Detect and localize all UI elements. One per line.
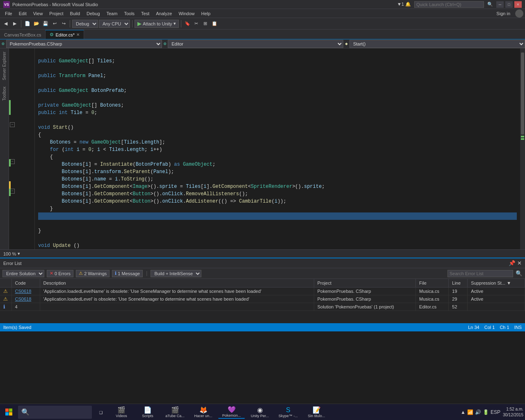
taskbar-videos[interactable]: 🎬 Videos: [109, 406, 134, 419]
status-right: Ln 34 Col 1 Ch 1 INS: [468, 325, 522, 330]
taskbar-scripts[interactable]: 📄 Scripts: [135, 406, 160, 419]
tab-editor[interactable]: ⚙ Editor.cs* ✕: [45, 30, 84, 39]
menu-edit[interactable]: Edit: [16, 10, 30, 17]
clock-time: 1:52 a.m.: [503, 406, 523, 412]
cut-button[interactable]: ✂: [192, 20, 201, 28]
quick-launch-input[interactable]: [414, 1, 484, 8]
solution-filter-dropdown[interactable]: Entire Solution: [2, 270, 44, 277]
menu-build[interactable]: Build: [67, 10, 83, 17]
panel-pin-button[interactable]: 📌: [509, 260, 516, 266]
menu-project[interactable]: Project: [46, 10, 66, 17]
menu-help[interactable]: Help: [198, 10, 214, 17]
error-search-button[interactable]: 🔍: [516, 270, 523, 276]
redo-button[interactable]: ↪: [59, 20, 68, 28]
row2-project: PokemonPruebas. CSharp: [314, 295, 415, 303]
col-file[interactable]: File: [416, 279, 449, 287]
member-dropdown[interactable]: Editor: [168, 40, 343, 48]
menu-tools[interactable]: Tools: [121, 10, 138, 17]
new-file-button[interactable]: 📄: [23, 20, 32, 28]
warnings-filter-btn[interactable]: ⚠ 2 Warnings: [76, 270, 110, 277]
server-explorer-label[interactable]: Server Explorer: [1, 48, 7, 83]
start-button[interactable]: [2, 405, 16, 420]
row1-code[interactable]: CS0618: [11, 287, 40, 295]
save-all-button[interactable]: 💾: [41, 20, 50, 28]
tray-network-icon[interactable]: 📶: [467, 409, 473, 415]
clock-date: 30/12/2015: [503, 412, 523, 418]
col-project[interactable]: Project: [314, 279, 415, 287]
taskbar-unity[interactable]: ◉ Unity Per...: [247, 406, 273, 419]
menu-team[interactable]: Team: [103, 10, 121, 17]
col-code[interactable]: Code: [11, 279, 40, 287]
toolbox-label[interactable]: Toolbox: [1, 83, 7, 104]
warning-icon-2: ⚠: [3, 296, 8, 302]
error-search-input[interactable]: [447, 270, 513, 277]
restore-button[interactable]: □: [505, 1, 513, 8]
undo-button[interactable]: ↩: [50, 20, 59, 28]
zoom-dropdown-btn[interactable]: ▾: [18, 251, 20, 256]
menu-analyze[interactable]: Analyze: [153, 10, 175, 17]
platform-dropdown[interactable]: Any CPU: [99, 20, 130, 28]
taskbar-search[interactable]: 🔍: [18, 406, 92, 419]
errors-filter-btn[interactable]: ✕ 0 Errors: [47, 270, 73, 277]
scrollbar-thumb[interactable]: [521, 52, 524, 135]
sign-in-button[interactable]: Sign in: [493, 10, 514, 17]
menu-file[interactable]: File: [2, 10, 16, 17]
copy-button[interactable]: ⊞: [201, 20, 210, 28]
taskbar-task-view[interactable]: ❑: [94, 406, 107, 419]
code-content[interactable]: public GameObject[] Tiles; public Transf…: [35, 48, 520, 249]
method-dropdown[interactable]: Start(): [349, 40, 525, 48]
row1-desc: 'Application.loadedLevelName' is obsolet…: [40, 287, 314, 295]
menu-debug[interactable]: Debug: [83, 10, 103, 17]
bookmark-button[interactable]: 🔖: [183, 20, 192, 28]
error-row-1: ⚠ CS0618 'Application.loadedLevelName' i…: [0, 287, 525, 295]
debug-config-dropdown[interactable]: Debug: [72, 20, 98, 28]
col-suppression[interactable]: Suppression St... ▼: [468, 279, 525, 287]
svg-rect-3: [9, 412, 12, 415]
class-dropdown[interactable]: PokemonPruebas.CSharp: [6, 40, 162, 48]
error-link-1[interactable]: CS0618: [15, 289, 32, 294]
collapse-start-btn[interactable]: −: [10, 122, 15, 127]
filter-sep-icon: |: [145, 271, 148, 276]
tray-lang[interactable]: ESP: [491, 409, 500, 415]
taskbar-atube[interactable]: 🎬 aTube Ca...: [162, 406, 188, 419]
tab-close-icon[interactable]: ✕: [76, 32, 80, 37]
messages-filter-btn[interactable]: ℹ 1 Message: [112, 270, 143, 277]
open-button[interactable]: 📂: [32, 20, 41, 28]
close-button[interactable]: ✕: [514, 1, 522, 8]
row3-icon-cell: ℹ: [0, 303, 11, 310]
back-button[interactable]: ◀: [2, 20, 10, 28]
taskbar-vs[interactable]: 💜 Pokemon...: [218, 406, 245, 419]
taskbar-firefox[interactable]: 🦊 Hacer un...: [190, 406, 217, 419]
warnings-count-label: 2 Warnings: [84, 271, 107, 276]
col-description[interactable]: Description: [40, 279, 314, 287]
tab-canvastextbox[interactable]: CanvasTextBox.cs: [0, 30, 45, 39]
right-scrollbar[interactable]: [520, 48, 525, 249]
clock[interactable]: 1:52 a.m. 30/12/2015: [503, 406, 523, 418]
tray-volume-icon[interactable]: 🔊: [475, 409, 481, 415]
row2-code[interactable]: CS0618: [11, 295, 40, 303]
build-mode-dropdown[interactable]: Build + IntelliSense: [151, 270, 201, 277]
suppression-filter-icon[interactable]: ▼: [507, 281, 511, 285]
panel-close-button[interactable]: ✕: [517, 260, 522, 266]
status-message: Item(s) Saved: [3, 325, 31, 330]
forward-button[interactable]: ▶: [11, 20, 19, 28]
change-indicator-1: [9, 100, 11, 115]
error-list-title: Error List: [3, 261, 22, 266]
menu-test[interactable]: Test: [138, 10, 153, 17]
error-link-2[interactable]: CS0618: [15, 297, 32, 301]
vs-icon-taskbar: 💜: [228, 406, 236, 413]
firefox-label: Hacer un...: [194, 414, 212, 418]
row2-suppression: Active: [468, 295, 525, 303]
col-line[interactable]: Line: [449, 279, 468, 287]
taskbar-skype[interactable]: S Skype™ -...: [275, 406, 301, 419]
tray-up-arrow[interactable]: ▲: [461, 409, 466, 415]
attach-unity-button[interactable]: ▶ Attach to Unity ▾: [135, 20, 179, 28]
menu-window[interactable]: Window: [175, 10, 198, 17]
menu-view[interactable]: View: [30, 10, 46, 17]
row1-project: PokemonPruebas. CSharp: [314, 287, 415, 295]
atube-label: aTube Ca...: [165, 414, 185, 418]
taskbar-notepad[interactable]: 📝 Sin titulo...: [303, 406, 330, 419]
tray-battery-icon[interactable]: 🔋: [483, 409, 489, 415]
minimize-button[interactable]: ─: [496, 1, 504, 8]
paste-button[interactable]: 📋: [210, 20, 219, 28]
